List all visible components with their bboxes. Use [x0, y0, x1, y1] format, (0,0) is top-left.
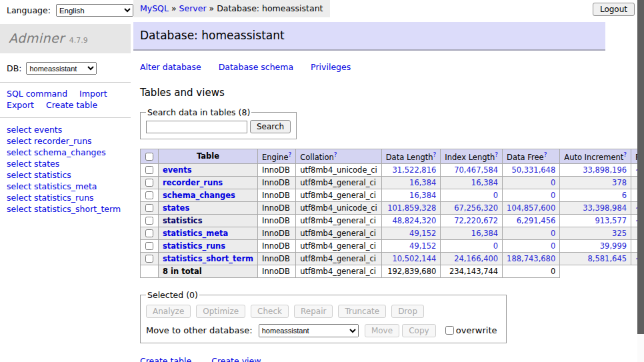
collation-cell: utf8mb4_general_ci: [296, 214, 382, 227]
analyze-button[interactable]: Analyze: [146, 305, 191, 318]
sidebar-item-select-events[interactable]: select events: [7, 124, 124, 135]
sidebar-item-select-statistics-runs[interactable]: select statistics_runs: [7, 192, 124, 203]
engine-cell: InnoDB: [258, 214, 296, 227]
engine-cell: InnoDB: [258, 252, 296, 265]
create-table-link[interactable]: Create table: [46, 100, 97, 110]
create-table-link-main[interactable]: Create table: [140, 356, 191, 362]
total-data-free: 0: [503, 265, 560, 277]
data-length-cell: 31,522,816: [381, 163, 441, 176]
move-db-select[interactable]: homeassistant: [259, 324, 359, 337]
data-free-cell: 0: [503, 239, 560, 252]
help-icon[interactable]: ?: [544, 151, 547, 158]
repair-button[interactable]: Repair: [294, 305, 333, 318]
overwrite-option[interactable]: overwrite: [443, 325, 497, 335]
import-link[interactable]: Import: [79, 89, 107, 99]
sidebar-actions: SQL commandImport ExportCreate table: [0, 83, 131, 117]
table-row-statistics-short-term: statistics_short_term InnoDB utf8mb4_gen…: [141, 252, 644, 265]
select-all-checkbox[interactable]: [145, 153, 153, 161]
move-button[interactable]: Move: [365, 324, 399, 337]
sql-command-link[interactable]: SQL command: [7, 89, 67, 99]
create-view-link[interactable]: Create view: [211, 356, 261, 362]
index-length-cell: 0: [441, 239, 503, 252]
adminer-logo[interactable]: Adminer: [9, 31, 65, 45]
column-header-collation: Collation?: [296, 149, 382, 164]
data-free-cell: 0: [503, 227, 560, 239]
engine-cell: InnoDB: [258, 227, 296, 239]
row-checkbox[interactable]: [145, 229, 153, 237]
row-checkbox[interactable]: [145, 191, 153, 199]
export-link[interactable]: Export: [7, 100, 34, 110]
collation-cell: utf8mb4_general_ci: [296, 189, 382, 201]
data-length-cell: 10,502,144: [381, 252, 441, 265]
table-row-schema-changes: schema_changes InnoDB utf8mb4_general_ci…: [141, 189, 644, 201]
total-data-length: 192,839,680: [381, 265, 441, 277]
auto-increment-cell: 913,577: [560, 214, 631, 227]
engine-cell: InnoDB: [258, 163, 296, 176]
table-row-states: states InnoDB utf8mb4_unicode_ci 101,859…: [141, 201, 644, 214]
drop-button[interactable]: Drop: [391, 305, 424, 318]
check-button[interactable]: Check: [251, 305, 289, 318]
privileges-link[interactable]: Privileges: [311, 62, 351, 72]
database-links: Alter database Database schema Privilege…: [140, 62, 644, 72]
data-length-cell: 101,859,328: [381, 201, 441, 214]
table-link-recorder-runs[interactable]: recorder_runs: [163, 178, 223, 187]
scrollbar-track[interactable]: [637, 0, 644, 362]
index-length-cell: 72,220,672: [441, 214, 503, 227]
sidebar-item-select-statistics-short-term[interactable]: select statistics_short_term: [7, 203, 124, 215]
table-total-row: 8 in total InnoDB utf8mb4_general_ci 192…: [141, 265, 644, 277]
db-select[interactable]: homeassistant: [26, 62, 97, 75]
row-checkbox[interactable]: [145, 217, 153, 225]
language-select[interactable]: English: [56, 4, 133, 17]
database-schema-link[interactable]: Database schema: [219, 62, 293, 72]
index-length-cell: 70,467,584: [441, 163, 503, 176]
total-engine: InnoDB: [258, 265, 296, 277]
breadcrumb-server-link[interactable]: Server: [179, 3, 207, 13]
engine-cell: InnoDB: [258, 176, 296, 189]
auto-increment-cell: 378: [560, 176, 631, 189]
row-checkbox[interactable]: [145, 166, 153, 174]
column-header-index-length: Index Length?: [441, 149, 503, 164]
search-button[interactable]: Search: [250, 120, 291, 133]
copy-button[interactable]: Copy: [402, 324, 435, 337]
scrollbar-thumb[interactable]: [637, 0, 644, 334]
table-link-events[interactable]: events: [163, 165, 192, 175]
optimize-button[interactable]: Optimize: [196, 305, 245, 318]
total-label: 8 in total: [159, 265, 258, 277]
truncate-button[interactable]: Truncate: [338, 305, 386, 318]
index-length-cell: 67,256,320: [441, 201, 503, 214]
help-icon[interactable]: ?: [433, 151, 437, 158]
data-length-cell: 49,152: [381, 239, 441, 252]
help-icon[interactable]: ?: [495, 151, 498, 158]
breadcrumb-separator: »: [171, 3, 177, 13]
table-link-states[interactable]: states: [163, 203, 189, 213]
row-checkbox[interactable]: [145, 179, 153, 187]
collation-cell: utf8mb4_general_ci: [296, 252, 382, 265]
collation-cell: utf8mb4_general_ci: [296, 227, 382, 239]
data-length-cell: 48,824,320: [381, 214, 441, 227]
sidebar-item-select-states[interactable]: select states: [7, 158, 124, 169]
row-checkbox[interactable]: [145, 204, 153, 212]
alter-database-link[interactable]: Alter database: [140, 62, 201, 72]
breadcrumb-mysql-link[interactable]: MySQL: [140, 3, 169, 13]
help-icon[interactable]: ?: [623, 151, 627, 158]
sidebar-item-select-schema-changes[interactable]: select schema_changes: [7, 147, 124, 158]
help-icon[interactable]: ?: [334, 151, 337, 158]
table-link-schema-changes[interactable]: schema_changes: [163, 191, 235, 200]
row-checkbox[interactable]: [145, 255, 153, 263]
table-link-statistics-meta[interactable]: statistics_meta: [163, 229, 228, 238]
sidebar-item-select-recorder-runs[interactable]: select recorder_runs: [7, 135, 124, 147]
logout-button[interactable]: Logout: [593, 3, 635, 16]
data-free-cell: 50,331,648: [503, 163, 560, 176]
row-checkbox[interactable]: [145, 242, 153, 250]
table-row-events: events InnoDB utf8mb4_unicode_ci 31,522,…: [141, 163, 644, 176]
table-row-statistics-meta: statistics_meta InnoDB utf8mb4_general_c…: [141, 227, 644, 239]
table-link-statistics-short-term[interactable]: statistics_short_term: [163, 254, 253, 263]
overwrite-checkbox[interactable]: [445, 326, 454, 335]
table-link-statistics[interactable]: statistics: [163, 216, 203, 225]
help-icon[interactable]: ?: [288, 151, 291, 158]
table-link-statistics-runs[interactable]: statistics_runs: [163, 241, 225, 251]
sidebar-item-select-statistics[interactable]: select statistics: [7, 169, 124, 181]
search-input[interactable]: [146, 121, 247, 133]
move-label: Move to other database:: [146, 325, 253, 335]
sidebar-item-select-statistics-meta[interactable]: select statistics_meta: [7, 181, 124, 192]
